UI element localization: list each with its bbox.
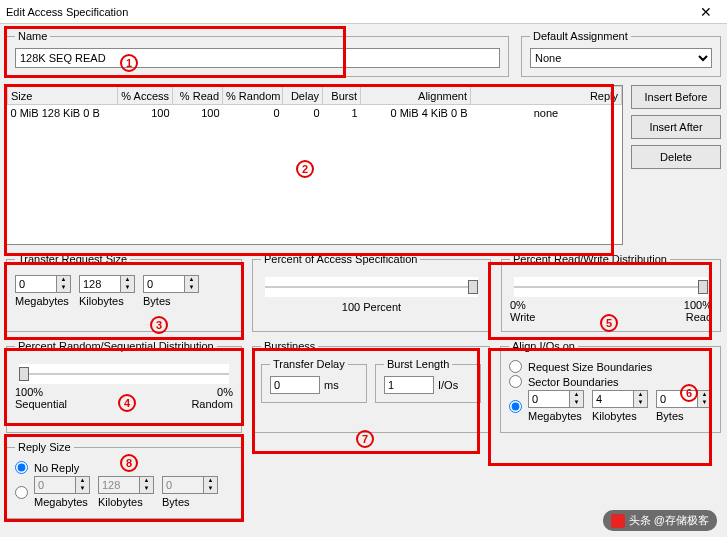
random-seq-dist-group: Percent Random/Sequential Distribution 1…: [6, 340, 242, 433]
name-input[interactable]: [15, 48, 500, 68]
read-write-dist-group: Percent Read/Write Distribution 0%Write …: [501, 253, 721, 332]
spinner-icon[interactable]: ▲▼: [121, 275, 135, 293]
transfer-request-size-group: Transfer Request Size ▲▼Megabytes ▲▼Kilo…: [6, 253, 242, 332]
trs-b-input[interactable]: [143, 275, 185, 293]
default-assignment-select[interactable]: None: [530, 48, 712, 68]
close-icon[interactable]: ✕: [691, 4, 721, 20]
table-row[interactable]: 0 MiB 128 KiB 0 B 100 100 0 0 1 0 MiB 4 …: [8, 105, 622, 122]
watermark: 头条 @存储极客: [603, 510, 717, 531]
insert-after-button[interactable]: Insert After: [631, 115, 721, 139]
window-title: Edit Access Specification: [6, 6, 691, 18]
col-alignment: Alignment: [361, 87, 471, 105]
watermark-icon: [611, 514, 625, 528]
align-custom-radio[interactable]: [509, 400, 522, 413]
default-assignment-group: Default Assignment None: [521, 30, 721, 77]
align-kb-input[interactable]: [592, 390, 634, 408]
no-reply-radio[interactable]: [15, 461, 28, 474]
random-seq-slider[interactable]: [19, 364, 229, 384]
align-request-size-radio[interactable]: [509, 360, 522, 373]
align-sector-radio[interactable]: [509, 375, 522, 388]
col-read: % Read: [173, 87, 223, 105]
spinner-icon: ▲▼: [204, 476, 218, 494]
spinner-icon[interactable]: ▲▼: [698, 390, 712, 408]
transfer-delay-group: Transfer Delay ms: [261, 358, 367, 403]
spinner-icon[interactable]: ▲▼: [634, 390, 648, 408]
col-reply: Reply: [471, 87, 622, 105]
insert-before-button[interactable]: Insert Before: [631, 85, 721, 109]
col-size: Size: [8, 87, 118, 105]
default-assignment-legend: Default Assignment: [530, 30, 631, 42]
reply-b-input: [162, 476, 204, 494]
trs-kb-input[interactable]: [79, 275, 121, 293]
trs-mb-input[interactable]: [15, 275, 57, 293]
spinner-icon[interactable]: ▲▼: [570, 390, 584, 408]
reply-kb-input: [98, 476, 140, 494]
align-b-input[interactable]: [656, 390, 698, 408]
name-legend: Name: [15, 30, 50, 42]
delete-button[interactable]: Delete: [631, 145, 721, 169]
spinner-icon: ▲▼: [140, 476, 154, 494]
percent-access-slider[interactable]: [265, 277, 478, 297]
spinner-icon[interactable]: ▲▼: [185, 275, 199, 293]
col-access: % Access: [118, 87, 173, 105]
burstiness-group: Burstiness Transfer Delay ms Burst Lengt…: [252, 340, 490, 433]
spinner-icon: ▲▼: [76, 476, 90, 494]
reply-custom-radio[interactable]: [15, 486, 28, 499]
col-random: % Random: [223, 87, 283, 105]
name-group: Name: [6, 30, 509, 77]
align-mb-input[interactable]: [528, 390, 570, 408]
col-burst: Burst: [323, 87, 361, 105]
align-io-group: Align I/Os on Request Size Boundaries Se…: [500, 340, 721, 433]
burst-length-group: Burst Length I/Os: [375, 358, 481, 403]
access-spec-table[interactable]: Size % Access % Read % Random Delay Burs…: [6, 85, 623, 245]
read-write-slider[interactable]: [514, 277, 708, 297]
spinner-icon[interactable]: ▲▼: [57, 275, 71, 293]
transfer-delay-input[interactable]: [270, 376, 320, 394]
burst-length-input[interactable]: [384, 376, 434, 394]
reply-mb-input: [34, 476, 76, 494]
reply-size-group: Reply Size No Reply ▲▼Megabytes ▲▼Kiloby…: [6, 441, 242, 519]
percent-access-spec-group: Percent of Access Specification 100 Perc…: [252, 253, 491, 332]
col-delay: Delay: [283, 87, 323, 105]
title-bar: Edit Access Specification ✕: [0, 0, 727, 24]
